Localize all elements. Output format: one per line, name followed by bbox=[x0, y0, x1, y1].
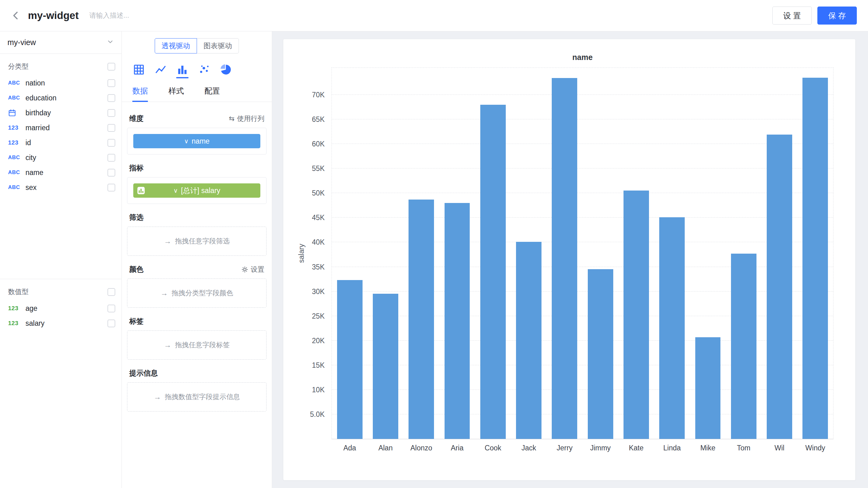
field-item-education[interactable]: ABCeducation bbox=[0, 90, 121, 105]
group-header: 分类型 bbox=[0, 54, 121, 75]
text-type-icon: ABC bbox=[8, 80, 26, 86]
chevron-down-icon: ∨ bbox=[184, 138, 189, 145]
field-checkbox[interactable] bbox=[107, 79, 115, 87]
chart-card: name salary 5.0K10K15K20K25K30K35K40K45K… bbox=[283, 39, 855, 480]
bar-linda[interactable] bbox=[659, 217, 685, 439]
measure-pill-salary[interactable]: ∨ [总计] salary bbox=[133, 183, 260, 198]
field-checkbox[interactable] bbox=[107, 169, 115, 177]
main-area: my-view 分类型ABCnationABCeducationbirthday… bbox=[0, 31, 868, 488]
group-checkbox[interactable] bbox=[107, 288, 115, 296]
field-group-numeric: 数值型123age123salary bbox=[0, 279, 121, 331]
use-rowcol-button[interactable]: ⇆ 使用行列 bbox=[229, 114, 265, 123]
group-checkbox[interactable] bbox=[107, 63, 115, 70]
app: my-widget 设 置 保 存 my-view 分类型ABCnationAB… bbox=[0, 0, 868, 488]
field-checkbox[interactable] bbox=[107, 305, 115, 312]
swap-icon: ⇆ bbox=[229, 115, 235, 123]
bar-ada[interactable] bbox=[337, 280, 363, 439]
chart-title: name bbox=[332, 53, 834, 62]
field-checkbox[interactable] bbox=[107, 319, 115, 327]
field-checkbox[interactable] bbox=[107, 124, 115, 132]
field-item-nation[interactable]: ABCnation bbox=[0, 75, 121, 90]
field-checkbox[interactable] bbox=[107, 154, 115, 162]
driver-mode-tabs: 透视驱动图表驱动 bbox=[155, 38, 239, 54]
field-item-age[interactable]: 123age bbox=[0, 301, 121, 316]
bar-windy[interactable] bbox=[802, 78, 828, 439]
color-settings-label: 设置 bbox=[251, 265, 265, 274]
field-item-birthday[interactable]: birthday bbox=[0, 105, 121, 120]
bar-kate[interactable] bbox=[623, 190, 649, 439]
field-checkbox[interactable] bbox=[107, 139, 115, 147]
tab-config[interactable]: 配置 bbox=[205, 82, 220, 102]
bar-slot bbox=[511, 68, 547, 439]
field-checkbox[interactable] bbox=[107, 109, 115, 117]
field-item-sex[interactable]: ABCsex bbox=[0, 180, 121, 195]
dimension-section: 维度 ⇆ 使用行列 ∨ name bbox=[127, 114, 267, 154]
color-dropzone[interactable]: → 拖拽分类型字段颜色 bbox=[127, 278, 267, 308]
calendar-icon bbox=[8, 109, 16, 117]
field-item-name[interactable]: ABCname bbox=[0, 165, 121, 180]
measure-dropzone[interactable]: ∨ [总计] salary bbox=[127, 177, 267, 204]
dimension-pill-name[interactable]: ∨ name bbox=[133, 134, 260, 148]
y-axis-title: salary bbox=[297, 244, 306, 263]
filter-placeholder: 拖拽任意字段筛选 bbox=[175, 237, 230, 246]
y-tick-label: 25K bbox=[312, 312, 324, 320]
dimension-dropzone[interactable]: ∨ name bbox=[127, 128, 267, 154]
save-button[interactable]: 保 存 bbox=[817, 6, 857, 25]
color-settings-button[interactable]: 设置 bbox=[241, 265, 265, 274]
line-chart-icon[interactable] bbox=[153, 61, 168, 78]
bar-chart-icon[interactable] bbox=[175, 61, 189, 78]
tooltip-dropzone[interactable]: → 拖拽数值型字段提示信息 bbox=[127, 382, 267, 411]
x-tick-label: Ada bbox=[332, 444, 368, 452]
bar-slot bbox=[475, 68, 511, 439]
filter-dropzone[interactable]: → 拖拽任意字段筛选 bbox=[127, 226, 267, 256]
mode-tab-pivot-driven[interactable]: 透视驱动 bbox=[155, 38, 197, 54]
back-button[interactable] bbox=[9, 8, 24, 23]
x-tick-label: Aria bbox=[439, 444, 475, 452]
field-groups: 分类型ABCnationABCeducationbirthday123marri… bbox=[0, 54, 121, 331]
bar-tom[interactable] bbox=[731, 254, 756, 439]
field-item-id[interactable]: 123id bbox=[0, 135, 121, 150]
bar-jack[interactable] bbox=[516, 242, 541, 439]
y-tick-label: 40K bbox=[312, 238, 324, 246]
description-input[interactable] bbox=[89, 11, 220, 20]
bars-layer bbox=[332, 68, 833, 439]
plot-area: salary 5.0K10K15K20K25K30K35K40K45K50K55… bbox=[332, 67, 834, 439]
bar-aria[interactable] bbox=[444, 203, 470, 439]
bar-mike[interactable] bbox=[695, 337, 721, 439]
field-name: married bbox=[26, 124, 50, 132]
scatter-plot-icon[interactable] bbox=[197, 61, 211, 78]
x-tick-label: Kate bbox=[618, 444, 654, 452]
text-type-icon: ABC bbox=[8, 154, 26, 161]
number-type-icon: 123 bbox=[8, 305, 26, 312]
x-tick-label: Mike bbox=[690, 444, 726, 452]
field-checkbox[interactable] bbox=[107, 184, 115, 191]
y-tick-label: 65K bbox=[312, 115, 324, 124]
bar-jerry[interactable] bbox=[552, 78, 577, 439]
color-section: 颜色 设置 → 拖拽分类型字段颜色 bbox=[127, 265, 267, 308]
settings-button[interactable]: 设 置 bbox=[772, 6, 812, 25]
view-selector[interactable]: my-view bbox=[0, 31, 121, 54]
x-tick-label: Jerry bbox=[547, 444, 583, 452]
gear-icon bbox=[241, 266, 248, 273]
bar-jimmy[interactable] bbox=[588, 269, 613, 439]
field-name: name bbox=[26, 169, 43, 177]
field-item-salary[interactable]: 123salary bbox=[0, 316, 121, 331]
bar-alonzo[interactable] bbox=[408, 200, 434, 439]
bar-alan[interactable] bbox=[373, 294, 398, 439]
bar-wil[interactable] bbox=[767, 134, 792, 439]
dimension-label: 维度 bbox=[129, 114, 144, 123]
pie-chart-icon[interactable] bbox=[219, 61, 233, 78]
tab-data[interactable]: 数据 bbox=[132, 82, 148, 102]
bar-cook[interactable] bbox=[480, 105, 506, 439]
field-checkbox[interactable] bbox=[107, 94, 115, 102]
table-view-icon[interactable] bbox=[132, 61, 146, 78]
label-dropzone[interactable]: → 拖拽任意字段标签 bbox=[127, 330, 267, 360]
widget-title: my-widget bbox=[28, 10, 79, 22]
chart-canvas: name salary 5.0K10K15K20K25K30K35K40K45K… bbox=[272, 31, 868, 488]
field-item-married[interactable]: 123married bbox=[0, 120, 121, 135]
tab-style[interactable]: 样式 bbox=[168, 82, 184, 102]
topbar-actions: 设 置 保 存 bbox=[772, 6, 857, 25]
y-tick-label: 35K bbox=[312, 263, 324, 271]
mode-tab-chart-driven[interactable]: 图表驱动 bbox=[197, 38, 239, 54]
field-item-city[interactable]: ABCcity bbox=[0, 150, 121, 165]
